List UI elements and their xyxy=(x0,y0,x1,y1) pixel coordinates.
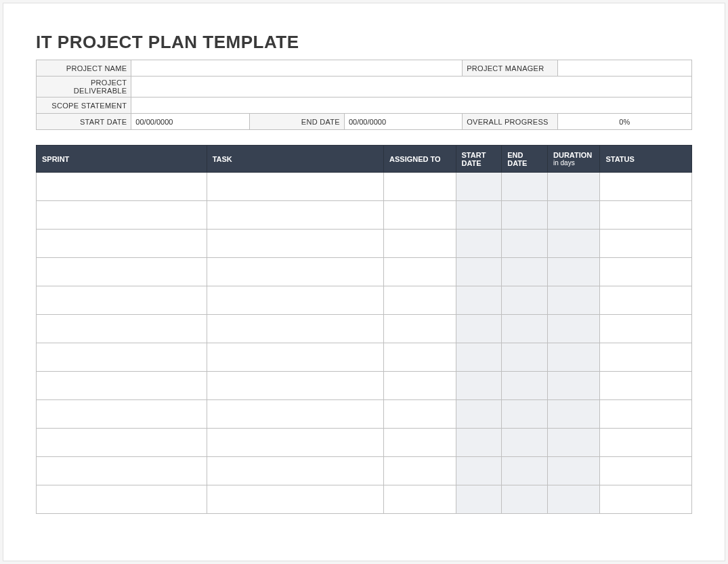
cell-assigned-to[interactable] xyxy=(384,343,456,372)
value-start-date[interactable]: 00/00/0000 xyxy=(131,114,249,130)
cell-duration[interactable] xyxy=(548,343,600,372)
cell-assigned-to[interactable] xyxy=(384,258,456,286)
cell-status[interactable] xyxy=(600,457,692,485)
cell-sprint[interactable] xyxy=(37,343,207,372)
cell-duration[interactable] xyxy=(548,429,600,457)
cell-assigned-to[interactable] xyxy=(384,173,456,201)
cell-end-date[interactable] xyxy=(502,372,548,400)
value-end-date[interactable]: 00/00/0000 xyxy=(344,114,462,130)
cell-start-date[interactable] xyxy=(456,230,502,258)
cell-start-date[interactable] xyxy=(456,400,502,429)
cell-start-date[interactable] xyxy=(456,485,502,514)
value-project-name[interactable] xyxy=(131,60,463,77)
cell-status[interactable] xyxy=(600,173,692,201)
table-row xyxy=(37,485,692,514)
cell-start-date[interactable] xyxy=(456,173,502,201)
cell-sprint[interactable] xyxy=(37,230,207,258)
table-row xyxy=(37,372,692,400)
cell-sprint[interactable] xyxy=(37,286,207,315)
cell-status[interactable] xyxy=(600,372,692,400)
table-row xyxy=(37,457,692,485)
cell-task[interactable] xyxy=(207,315,383,343)
cell-sprint[interactable] xyxy=(37,315,207,343)
cell-end-date[interactable] xyxy=(502,230,548,258)
cell-status[interactable] xyxy=(600,400,692,429)
cell-task[interactable] xyxy=(207,343,383,372)
cell-status[interactable] xyxy=(600,485,692,514)
cell-task[interactable] xyxy=(207,429,383,457)
cell-status[interactable] xyxy=(600,258,692,286)
value-overall-progress[interactable]: 0% xyxy=(557,114,691,130)
cell-status[interactable] xyxy=(600,286,692,315)
cell-sprint[interactable] xyxy=(37,372,207,400)
cell-end-date[interactable] xyxy=(502,286,548,315)
label-start-date: START DATE xyxy=(37,114,131,130)
cell-end-date[interactable] xyxy=(502,201,548,230)
info-row-deliverable: PROJECT DELIVERABLE xyxy=(37,77,692,97)
cell-assigned-to[interactable] xyxy=(384,201,456,230)
value-scope-statement[interactable] xyxy=(131,97,692,114)
cell-start-date[interactable] xyxy=(456,457,502,485)
cell-assigned-to[interactable] xyxy=(384,372,456,400)
cell-sprint[interactable] xyxy=(37,429,207,457)
value-project-deliverable[interactable] xyxy=(131,77,692,97)
cell-duration[interactable] xyxy=(548,457,600,485)
cell-end-date[interactable] xyxy=(502,258,548,286)
cell-start-date[interactable] xyxy=(456,315,502,343)
cell-duration[interactable] xyxy=(548,173,600,201)
cell-task[interactable] xyxy=(207,173,383,201)
cell-assigned-to[interactable] xyxy=(384,485,456,514)
header-start-date: START DATE xyxy=(456,146,502,173)
cell-duration[interactable] xyxy=(548,201,600,230)
cell-duration[interactable] xyxy=(548,372,600,400)
cell-end-date[interactable] xyxy=(502,173,548,201)
cell-status[interactable] xyxy=(600,230,692,258)
cell-assigned-to[interactable] xyxy=(384,429,456,457)
cell-task[interactable] xyxy=(207,372,383,400)
cell-duration[interactable] xyxy=(548,286,600,315)
cell-duration[interactable] xyxy=(548,400,600,429)
cell-status[interactable] xyxy=(600,429,692,457)
cell-duration[interactable] xyxy=(548,485,600,514)
cell-task[interactable] xyxy=(207,230,383,258)
cell-end-date[interactable] xyxy=(502,343,548,372)
info-row-scope: SCOPE STATEMENT xyxy=(37,97,692,114)
cell-task[interactable] xyxy=(207,457,383,485)
cell-duration[interactable] xyxy=(548,315,600,343)
cell-start-date[interactable] xyxy=(456,286,502,315)
cell-status[interactable] xyxy=(600,201,692,230)
cell-task[interactable] xyxy=(207,286,383,315)
cell-end-date[interactable] xyxy=(502,429,548,457)
cell-duration[interactable] xyxy=(548,258,600,286)
cell-start-date[interactable] xyxy=(456,201,502,230)
cell-status[interactable] xyxy=(600,343,692,372)
cell-start-date[interactable] xyxy=(456,343,502,372)
cell-task[interactable] xyxy=(207,258,383,286)
cell-sprint[interactable] xyxy=(37,258,207,286)
cell-sprint[interactable] xyxy=(37,400,207,429)
cell-sprint[interactable] xyxy=(37,485,207,514)
cell-sprint[interactable] xyxy=(37,201,207,230)
cell-start-date[interactable] xyxy=(456,258,502,286)
cell-assigned-to[interactable] xyxy=(384,457,456,485)
table-row xyxy=(37,201,692,230)
cell-task[interactable] xyxy=(207,485,383,514)
cell-end-date[interactable] xyxy=(502,400,548,429)
cell-end-date[interactable] xyxy=(502,315,548,343)
cell-assigned-to[interactable] xyxy=(384,230,456,258)
cell-start-date[interactable] xyxy=(456,429,502,457)
cell-status[interactable] xyxy=(600,315,692,343)
cell-assigned-to[interactable] xyxy=(384,400,456,429)
value-project-manager[interactable] xyxy=(557,60,691,77)
cell-sprint[interactable] xyxy=(37,457,207,485)
cell-end-date[interactable] xyxy=(502,485,548,514)
cell-assigned-to[interactable] xyxy=(384,315,456,343)
cell-task[interactable] xyxy=(207,201,383,230)
cell-end-date[interactable] xyxy=(502,457,548,485)
table-header-row: SPRINT TASK ASSIGNED TO START DATE END D… xyxy=(37,146,692,173)
cell-start-date[interactable] xyxy=(456,372,502,400)
cell-duration[interactable] xyxy=(548,230,600,258)
cell-task[interactable] xyxy=(207,400,383,429)
cell-sprint[interactable] xyxy=(37,173,207,201)
cell-assigned-to[interactable] xyxy=(384,286,456,315)
